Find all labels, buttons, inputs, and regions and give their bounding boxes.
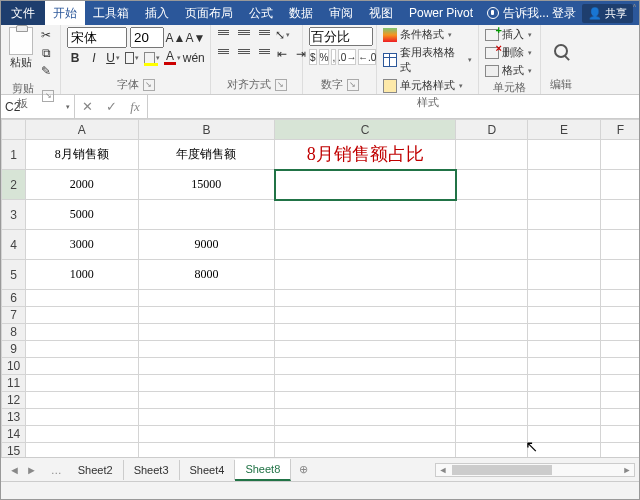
- cell-C3[interactable]: [275, 200, 456, 230]
- row-header-5[interactable]: 5: [2, 260, 26, 290]
- phonetic-button[interactable]: wén: [184, 50, 204, 66]
- row-header-7[interactable]: 7: [2, 307, 26, 324]
- font-color-button[interactable]: A▾: [164, 50, 180, 66]
- tab-file[interactable]: 文件: [1, 1, 45, 25]
- align-bottom-button[interactable]: [255, 27, 271, 43]
- cell-E1[interactable]: [528, 140, 600, 170]
- cell-A4[interactable]: 3000: [26, 230, 139, 260]
- number-launcher[interactable]: ↘: [347, 79, 359, 91]
- col-header-E[interactable]: E: [528, 120, 600, 140]
- cell-F2[interactable]: [600, 170, 640, 200]
- cell-C5[interactable]: [275, 260, 456, 290]
- login-link[interactable]: 登录: [552, 5, 576, 22]
- format-painter-button[interactable]: ✎: [38, 63, 54, 79]
- row-header-6[interactable]: 6: [2, 290, 26, 307]
- row-header-9[interactable]: 9: [2, 341, 26, 358]
- dec-decimal-button[interactable]: ←.0: [358, 49, 376, 65]
- sheet-tab-sheet8[interactable]: Sheet8: [235, 459, 291, 481]
- sheet-nav-next[interactable]: ►: [24, 462, 39, 478]
- bold-button[interactable]: B: [67, 50, 83, 66]
- cell-A1[interactable]: 8月销售额: [26, 140, 139, 170]
- row-header-12[interactable]: 12: [2, 392, 26, 409]
- number-format-select[interactable]: [309, 27, 373, 46]
- align-center-button[interactable]: [236, 46, 252, 62]
- tab-home[interactable]: 开始: [45, 1, 85, 25]
- col-header-C[interactable]: C: [275, 120, 456, 140]
- align-right-button[interactable]: [255, 46, 271, 62]
- cell-F1[interactable]: [600, 140, 640, 170]
- row-header-1[interactable]: 1: [2, 140, 26, 170]
- cell-D4[interactable]: [456, 230, 528, 260]
- row-header-13[interactable]: 13: [2, 409, 26, 426]
- cell-B3[interactable]: [138, 200, 275, 230]
- tab-page-layout[interactable]: 页面布局: [177, 1, 241, 25]
- conditional-format-button[interactable]: 条件格式▾: [383, 27, 472, 42]
- percent-button[interactable]: %: [319, 49, 330, 65]
- cell-C4[interactable]: [275, 230, 456, 260]
- scroll-right-icon[interactable]: ►: [620, 465, 634, 475]
- align-launcher[interactable]: ↘: [275, 79, 287, 91]
- cell-F3[interactable]: [600, 200, 640, 230]
- underline-button[interactable]: U▾: [105, 50, 121, 66]
- cell-D5[interactable]: [456, 260, 528, 290]
- scroll-left-icon[interactable]: ◄: [436, 465, 450, 475]
- row-header-11[interactable]: 11: [2, 375, 26, 392]
- cell-E3[interactable]: [528, 200, 600, 230]
- table-format-button[interactable]: 套用表格格式▾: [383, 45, 472, 75]
- indent-dec-button[interactable]: ⇤: [274, 46, 290, 62]
- tab-formulas[interactable]: 公式: [241, 1, 281, 25]
- cell-C2[interactable]: [275, 170, 456, 200]
- col-header-B[interactable]: B: [138, 120, 275, 140]
- cell-F4[interactable]: [600, 230, 640, 260]
- inc-decimal-button[interactable]: .0→: [338, 49, 356, 65]
- sheet-tab-sheet4[interactable]: Sheet4: [180, 460, 236, 480]
- share-button[interactable]: 👤 共享: [582, 4, 633, 23]
- cell-E2[interactable]: [528, 170, 600, 200]
- scroll-thumb[interactable]: [452, 465, 552, 475]
- cell-A2[interactable]: 2000: [26, 170, 139, 200]
- find-icon[interactable]: [554, 44, 568, 58]
- cell-B5[interactable]: 8000: [138, 260, 275, 290]
- select-all-corner[interactable]: [2, 120, 26, 140]
- format-cells-button[interactable]: 格式▾: [485, 63, 532, 78]
- clipboard-launcher[interactable]: ↘: [42, 90, 54, 102]
- row-header-8[interactable]: 8: [2, 324, 26, 341]
- cell-E5[interactable]: [528, 260, 600, 290]
- col-header-D[interactable]: D: [456, 120, 528, 140]
- shrink-font-button[interactable]: A▼: [187, 30, 204, 46]
- fill-color-button[interactable]: ▾: [143, 50, 161, 66]
- tab-powerpivot[interactable]: Power Pivot: [401, 1, 481, 25]
- row-header-14[interactable]: 14: [2, 426, 26, 443]
- sheet-tabs-overflow[interactable]: …: [45, 464, 68, 476]
- row-header-2[interactable]: 2: [2, 170, 26, 200]
- tell-me[interactable]: 告诉我...: [487, 1, 549, 25]
- cancel-button[interactable]: ✕: [75, 99, 99, 114]
- tab-data[interactable]: 数据: [281, 1, 321, 25]
- cell-F5[interactable]: [600, 260, 640, 290]
- font-size-select[interactable]: [130, 27, 164, 48]
- cell-B1[interactable]: 年度销售额: [138, 140, 275, 170]
- tab-review[interactable]: 审阅: [321, 1, 361, 25]
- delete-cells-button[interactable]: 删除▾: [485, 45, 532, 60]
- comma-button[interactable]: ,: [331, 49, 336, 65]
- cut-button[interactable]: ✂: [38, 27, 54, 43]
- border-button[interactable]: ▾: [124, 50, 140, 66]
- tab-toolbox[interactable]: 工具箱: [85, 1, 137, 25]
- tab-view[interactable]: 视图: [361, 1, 401, 25]
- row-header-10[interactable]: 10: [2, 358, 26, 375]
- cell-A5[interactable]: 1000: [26, 260, 139, 290]
- col-header-A[interactable]: A: [26, 120, 139, 140]
- orientation-button[interactable]: ⤡▾: [274, 27, 290, 43]
- cell-A3[interactable]: 5000: [26, 200, 139, 230]
- confirm-button[interactable]: ✓: [99, 99, 123, 114]
- new-sheet-button[interactable]: ⊕: [291, 459, 316, 480]
- cell-E4[interactable]: [528, 230, 600, 260]
- font-name-select[interactable]: [67, 27, 127, 48]
- sheet-nav-prev[interactable]: ◄: [7, 462, 22, 478]
- cell-style-button[interactable]: 单元格样式▾: [383, 78, 472, 93]
- cell-B2[interactable]: 15000: [138, 170, 275, 200]
- collapse-ribbon-icon[interactable]: ˄: [632, 3, 637, 14]
- fx-button[interactable]: fx: [123, 99, 147, 115]
- grow-font-button[interactable]: A▲: [167, 30, 184, 46]
- col-header-F[interactable]: F: [600, 120, 640, 140]
